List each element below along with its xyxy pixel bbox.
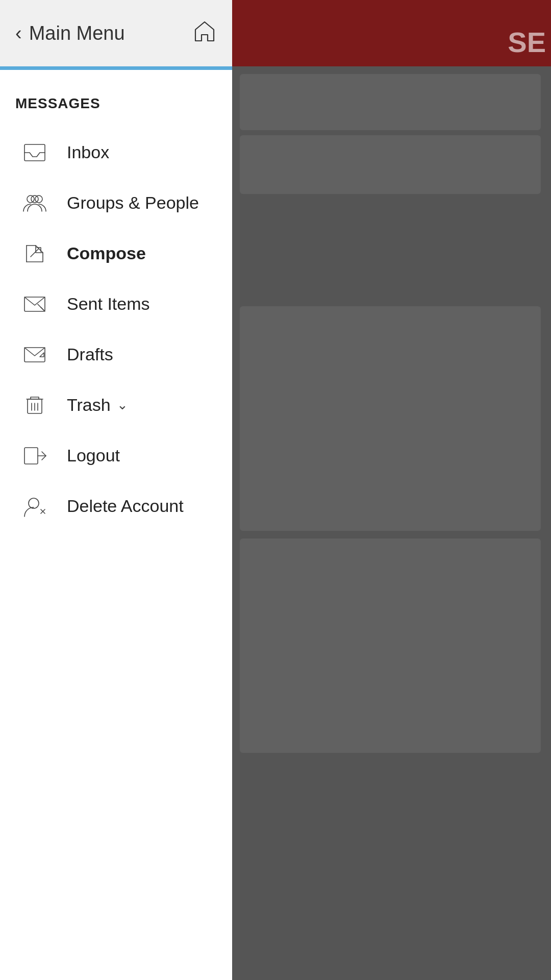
sidebar-item-trash[interactable]: Trash ⌄ [15,380,217,430]
trash-row: Trash ⌄ [67,395,128,415]
bg-header: SE [232,0,551,66]
home-button[interactable] [192,19,217,47]
drafts-label: Drafts [67,345,113,364]
groups-people-label: Groups & People [67,193,199,213]
svg-point-2 [35,195,42,203]
bg-content-box-4 [240,538,541,753]
sidebar-item-logout[interactable]: Logout [15,430,217,481]
bg-content-box-1 [240,74,541,130]
bg-header-text: SE [508,26,546,59]
sidebar-item-groups-people[interactable]: Groups & People [15,178,217,228]
svg-line-8 [41,307,45,311]
sidebar-item-compose[interactable]: Compose [15,228,217,279]
sidebar: ‹ Main Menu MESSAGES Inbox [0,0,232,980]
inbox-icon [20,138,48,166]
sidebar-item-inbox[interactable]: Inbox [15,127,217,178]
delete-account-icon [20,492,48,520]
sent-items-label: Sent Items [67,294,150,314]
svg-point-3 [31,195,38,203]
menu-content: MESSAGES Inbox [0,70,232,980]
back-button[interactable]: ‹ Main Menu [15,22,125,44]
bg-content-box-2 [240,135,541,194]
drafts-icon [20,340,48,369]
bg-content-box-3 [240,306,541,531]
delete-account-label: Delete Account [67,496,184,516]
accent-line [0,66,232,70]
compose-label: Compose [67,243,146,263]
back-label: Main Menu [29,22,125,44]
back-chevron-icon: ‹ [15,22,22,44]
sidebar-item-delete-account[interactable]: Delete Account [15,481,217,531]
sidebar-item-drafts[interactable]: Drafts [15,329,217,380]
trash-label: Trash [67,395,111,415]
svg-point-16 [29,498,39,508]
compose-icon [20,239,48,267]
sent-icon [20,290,48,318]
logout-icon [20,442,48,470]
home-icon [192,19,217,44]
groups-icon [20,189,48,217]
section-label: MESSAGES [15,95,217,112]
inbox-label: Inbox [67,142,109,162]
logout-label: Logout [67,446,120,465]
svg-point-1 [27,195,34,203]
sidebar-header: ‹ Main Menu [0,0,232,66]
trash-chevron-icon: ⌄ [117,397,128,413]
sidebar-item-sent-items[interactable]: Sent Items [15,279,217,329]
trash-icon [20,391,48,419]
svg-rect-14 [24,448,38,464]
